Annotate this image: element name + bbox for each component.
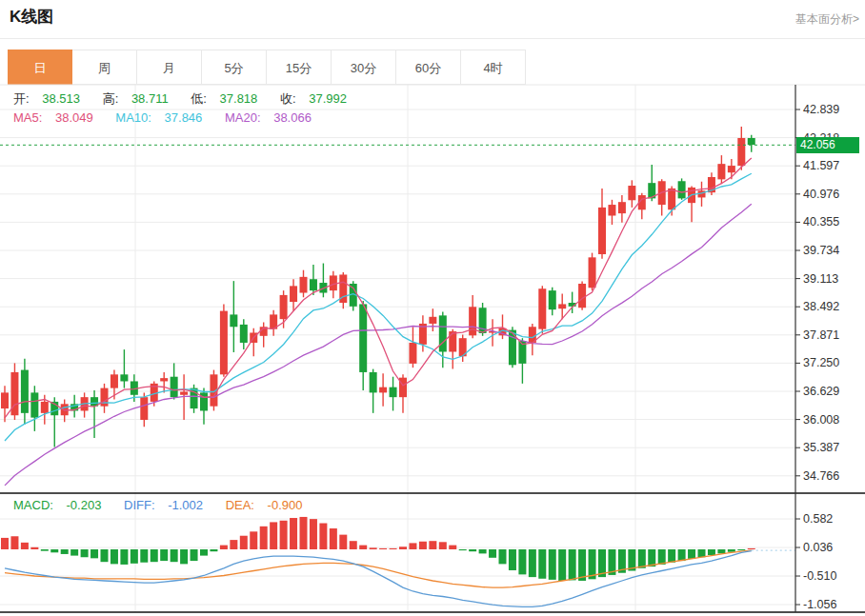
svg-text:-1.056: -1.056 (803, 598, 836, 611)
current-price-badge: 42.056 (796, 137, 859, 153)
close-value: 37.992 (309, 91, 347, 106)
high-value: 38.711 (131, 91, 169, 106)
svg-text:37.250: 37.250 (803, 356, 839, 369)
diff-value: -1.002 (168, 498, 203, 512)
open-label: 开: (13, 91, 30, 106)
svg-text:40.976: 40.976 (803, 188, 839, 201)
high-label: 高: (103, 91, 119, 106)
svg-text:36.008: 36.008 (803, 413, 839, 427)
candlesticks (1, 127, 755, 447)
svg-text:39.113: 39.113 (803, 272, 838, 286)
svg-text:0.582: 0.582 (803, 512, 833, 526)
svg-text:42.839: 42.839 (803, 103, 839, 116)
ma10-label: MA10: (115, 110, 151, 125)
ma20-label: MA20: (225, 110, 261, 125)
macd-row: MACD: -0.203 DIFF: -1.002 DEA: -0.900 (13, 498, 321, 512)
svg-text:36.629: 36.629 (803, 385, 839, 398)
svg-text:-0.510: -0.510 (803, 569, 836, 583)
ma10-value: 37.846 (165, 110, 203, 125)
ma20-line (5, 204, 752, 486)
diff-label: DIFF: (124, 498, 155, 512)
ma-row: MA5: 38.049 MA10: 37.846 MA20: 38.066 (13, 110, 331, 125)
ma20-value: 38.066 (273, 110, 312, 125)
low-value: 37.818 (220, 91, 258, 106)
svg-text:0.036: 0.036 (803, 541, 833, 554)
close-label: 收: (280, 91, 296, 106)
kline-page: K线图 基本面分析> 日周月5分15分30分60分4时 42.83942.218… (0, 0, 865, 616)
low-label: 低: (191, 91, 207, 106)
svg-text:39.734: 39.734 (803, 244, 839, 257)
svg-text:40.355: 40.355 (803, 215, 839, 229)
svg-text:38.492: 38.492 (803, 300, 839, 313)
ma5-value: 38.049 (55, 110, 93, 125)
dea-value: -0.900 (268, 498, 303, 512)
svg-text:41.597: 41.597 (803, 159, 839, 172)
ma5-label: MA5: (13, 110, 42, 125)
gridlines (0, 85, 795, 612)
dea-label: DEA: (226, 498, 254, 512)
svg-text:34.766: 34.766 (803, 469, 839, 483)
macd-value: -0.203 (67, 498, 102, 512)
svg-text:37.871: 37.871 (803, 328, 839, 342)
macd-label: MACD: (13, 498, 53, 512)
ohlc-row: 开: 38.513 高: 38.711 低: 37.818 收: 37.992 (13, 90, 366, 108)
svg-text:35.387: 35.387 (803, 441, 839, 454)
axis-labels: 42.83942.21841.59740.97640.35539.73439.1… (795, 103, 839, 611)
macd-histogram (1, 517, 755, 581)
open-value: 38.513 (42, 91, 80, 106)
